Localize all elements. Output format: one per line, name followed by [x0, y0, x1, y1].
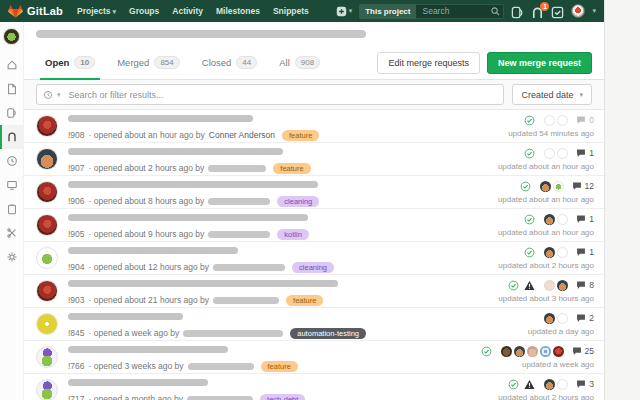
- mr-label-badge[interactable]: cleaning: [292, 262, 334, 273]
- participant-avatar[interactable]: [540, 181, 551, 192]
- mr-title-redacted[interactable]: [68, 181, 318, 188]
- project-title-redacted[interactable]: [36, 30, 366, 38]
- mr-label-badge[interactable]: feature: [273, 163, 310, 174]
- menu-item-groups[interactable]: Groups: [129, 6, 159, 16]
- gitlab-logo[interactable]: GitLab: [8, 4, 63, 18]
- filtered-search-box[interactable]: ▾: [36, 84, 504, 105]
- sidebar-item-repository[interactable]: [0, 77, 24, 101]
- merge-request-row[interactable]: !905 · opened about 9 hours ago by kotli…: [24, 209, 604, 242]
- sidebar-item-settings[interactable]: [0, 245, 24, 269]
- participant-avatar[interactable]: [557, 379, 568, 390]
- participant-avatar[interactable]: [544, 280, 555, 291]
- comments-link[interactable]: 8: [576, 280, 594, 290]
- mr-author-link[interactable]: [187, 394, 253, 400]
- comments-link[interactable]: 1: [576, 214, 594, 224]
- menu-item-projects[interactable]: Projects ▾: [77, 6, 116, 16]
- tab-closed[interactable]: Closed44: [193, 46, 266, 80]
- user-avatar[interactable]: [571, 4, 585, 18]
- mr-author-link[interactable]: [208, 196, 270, 206]
- mr-author-link[interactable]: [188, 361, 254, 371]
- mr-author-link[interactable]: Conner Anderson: [209, 130, 275, 140]
- sidebar-item-snippets[interactable]: [0, 221, 24, 245]
- participant-avatar[interactable]: [544, 247, 555, 258]
- participant-avatar[interactable]: [501, 346, 512, 357]
- merge-request-row[interactable]: !903 · opened about 21 hours ago by feat…: [24, 275, 604, 308]
- new-merge-request-button[interactable]: New merge request: [487, 52, 592, 74]
- merge-request-row[interactable]: !906 · opened about 8 hours ago by clean…: [24, 176, 604, 209]
- author-avatar[interactable]: [36, 148, 58, 170]
- participant-avatar[interactable]: [553, 181, 564, 192]
- mr-title-redacted[interactable]: [68, 115, 253, 122]
- tab-merged[interactable]: Merged854: [108, 46, 189, 80]
- menu-item-milestones[interactable]: Milestones: [216, 6, 260, 16]
- comments-link[interactable]: 1: [576, 247, 594, 257]
- mr-author-link[interactable]: [208, 163, 266, 173]
- participant-avatar[interactable]: [514, 346, 525, 357]
- mr-label-badge[interactable]: feature: [261, 361, 298, 372]
- recent-searches-chevron-icon[interactable]: ▾: [57, 91, 61, 99]
- author-avatar[interactable]: [36, 181, 58, 203]
- mr-label-badge[interactable]: feature: [282, 130, 319, 141]
- mr-title-redacted[interactable]: [68, 346, 228, 353]
- participant-avatar[interactable]: [553, 346, 564, 357]
- mr-author-link[interactable]: [213, 262, 285, 272]
- author-avatar[interactable]: [36, 346, 58, 368]
- merge-request-row[interactable]: !904 · opened about 12 hours ago by clea…: [24, 242, 604, 275]
- mr-title-redacted[interactable]: [68, 247, 238, 254]
- merge-request-row[interactable]: !908 · opened about an hour ago by Conne…: [24, 110, 604, 143]
- mr-label-badge[interactable]: cleaning: [277, 196, 319, 207]
- author-avatar[interactable]: [36, 313, 58, 335]
- comments-link[interactable]: 0: [576, 115, 594, 125]
- edit-merge-requests-button[interactable]: Edit merge requests: [377, 52, 480, 74]
- mr-title-redacted[interactable]: [68, 214, 308, 221]
- sidebar-item-home[interactable]: [0, 53, 24, 77]
- merge-requests-icon[interactable]: 1: [531, 5, 544, 18]
- project-avatar[interactable]: [3, 28, 20, 45]
- mr-title-redacted[interactable]: [68, 280, 338, 287]
- menu-item-snippets[interactable]: Snippets: [273, 6, 309, 16]
- mr-author-link[interactable]: [208, 229, 270, 239]
- comments-link[interactable]: 25: [572, 346, 594, 356]
- todos-icon[interactable]: [551, 5, 564, 18]
- participant-avatar[interactable]: [557, 115, 568, 126]
- merge-request-row[interactable]: !717 · opened a month ago by tech-debt: [24, 374, 604, 400]
- participant-avatar[interactable]: [557, 280, 568, 291]
- participant-avatar[interactable]: [544, 115, 555, 126]
- sidebar-item-merge-requests[interactable]: [0, 125, 24, 149]
- recent-searches-icon[interactable]: [43, 90, 53, 100]
- participant-avatar[interactable]: [544, 313, 555, 324]
- sidebar-item-pipelines[interactable]: [0, 149, 24, 173]
- mr-author-link[interactable]: [183, 328, 283, 338]
- sidebar-item-environments[interactable]: [0, 173, 24, 197]
- comments-link[interactable]: 1: [576, 148, 594, 158]
- author-avatar[interactable]: [36, 115, 58, 137]
- merge-request-row[interactable]: !907 · opened about 2 hours ago by featu…: [24, 143, 604, 176]
- filter-search-input[interactable]: [69, 90, 498, 100]
- user-menu-chevron-icon[interactable]: ▾: [592, 7, 596, 15]
- tab-open[interactable]: Open10: [36, 46, 104, 80]
- mr-label-badge[interactable]: automation-testing: [290, 328, 366, 339]
- menu-item-activity[interactable]: Activity: [172, 6, 203, 16]
- issues-icon[interactable]: [511, 5, 524, 18]
- participant-avatar[interactable]: [557, 247, 568, 258]
- participant-avatar[interactable]: [527, 346, 538, 357]
- author-avatar[interactable]: [36, 214, 58, 236]
- sort-dropdown[interactable]: Created date ▾: [512, 84, 592, 105]
- participant-avatar[interactable]: [557, 313, 568, 324]
- mr-label-badge[interactable]: kotlin: [277, 229, 309, 240]
- search-scope-chip[interactable]: This project: [359, 4, 416, 19]
- new-dropdown-button[interactable]: ▾: [336, 6, 353, 17]
- sidebar-item-wiki[interactable]: [0, 197, 24, 221]
- comments-link[interactable]: 3: [576, 379, 594, 389]
- merge-request-row[interactable]: !766 · opened 3 weeks ago by feature: [24, 341, 604, 374]
- author-avatar[interactable]: [36, 247, 58, 269]
- sidebar-item-issues[interactable]: [0, 101, 24, 125]
- comments-link[interactable]: 12: [572, 181, 594, 191]
- author-avatar[interactable]: [36, 280, 58, 302]
- mr-title-redacted[interactable]: [68, 148, 283, 155]
- participant-avatar[interactable]: [544, 379, 555, 390]
- mr-label-badge[interactable]: feature: [286, 295, 323, 306]
- participant-avatar[interactable]: [544, 148, 555, 159]
- participant-avatar[interactable]: [557, 148, 568, 159]
- mr-label-badge[interactable]: tech-debt: [260, 394, 305, 400]
